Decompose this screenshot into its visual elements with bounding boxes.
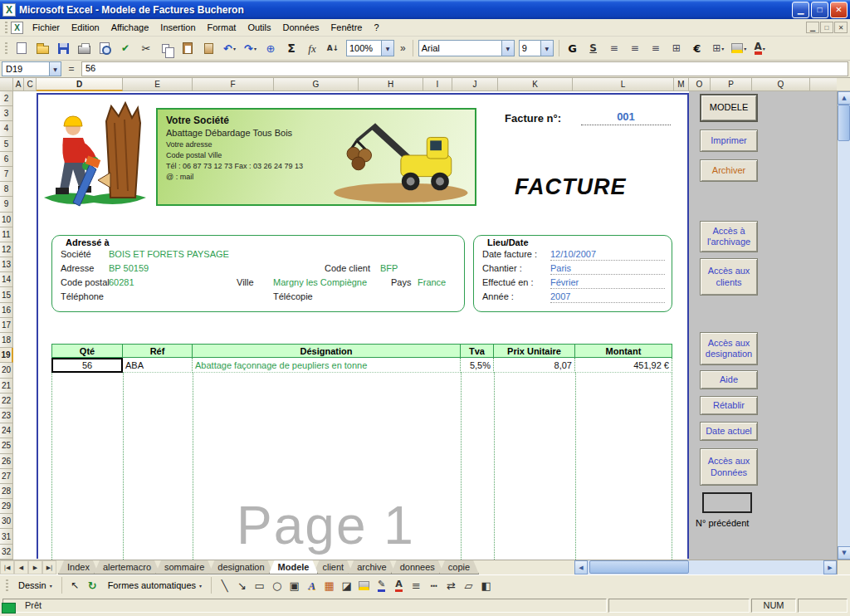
- drawing-tool-button[interactable]: A: [303, 577, 320, 594]
- row-header[interactable]: 19: [0, 348, 13, 363]
- zoom-select[interactable]: 100% ▼: [346, 40, 394, 56]
- formula-input[interactable]: 56: [81, 61, 848, 76]
- toolbar-button[interactable]: [32, 38, 53, 58]
- scroll-right-button[interactable]: ▶: [823, 560, 837, 574]
- row-header[interactable]: 13: [0, 257, 13, 272]
- societe-value[interactable]: BOIS ET FORETS PAYSAGE: [109, 249, 229, 259]
- zoom-dropdown-arrow[interactable]: ▼: [381, 41, 393, 56]
- drawing-tool-button[interactable]: ○: [268, 577, 286, 594]
- menu-item[interactable]: Edition: [66, 20, 105, 35]
- sheet-tab[interactable]: Modele: [269, 560, 319, 574]
- font-size-dropdown-arrow[interactable]: ▼: [540, 41, 553, 56]
- font-name-dropdown-arrow[interactable]: ▼: [501, 41, 514, 56]
- row-header[interactable]: 20: [0, 363, 13, 378]
- menu-item[interactable]: ?: [368, 20, 384, 35]
- toolbar-button[interactable]: G: [563, 38, 584, 58]
- menu-item[interactable]: Outils: [242, 20, 276, 35]
- row-header[interactable]: 12: [0, 242, 13, 257]
- name-box[interactable]: D19 ▼: [2, 61, 61, 76]
- drawing-tool-button[interactable]: ✎: [373, 577, 390, 594]
- row-header[interactable]: 14: [0, 272, 13, 287]
- row-header[interactable]: 23: [0, 408, 13, 423]
- toolbar-button[interactable]: ↶ ▾: [219, 38, 240, 58]
- drawing-tool-button[interactable]: ↻: [84, 577, 101, 594]
- row-header[interactable]: 32: [0, 545, 13, 560]
- drawing-tool-button[interactable]: ↖: [66, 577, 84, 594]
- drawing-tool-button[interactable]: ╲: [216, 577, 233, 594]
- toolbar-overflow-chevron[interactable]: »: [397, 42, 409, 54]
- modele-button[interactable]: MODELE: [700, 94, 758, 122]
- scroll-left-button[interactable]: ◀: [574, 560, 588, 574]
- column-header[interactable]: F: [193, 78, 274, 91]
- toolbar-button[interactable]: [157, 38, 178, 58]
- chantier-value[interactable]: Paris: [550, 263, 665, 275]
- toolbar-button[interactable]: ≡: [625, 38, 646, 58]
- vertical-scrollbar[interactable]: ▲ ▼: [837, 91, 850, 560]
- name-box-dropdown-arrow[interactable]: ▼: [49, 62, 61, 76]
- sheet-tab[interactable]: designation: [208, 560, 273, 574]
- pays-value[interactable]: France: [418, 277, 446, 287]
- row-header[interactable]: 5: [0, 137, 13, 152]
- tab-next-button[interactable]: ▶: [28, 560, 42, 574]
- row-header[interactable]: 8: [0, 182, 13, 197]
- acces-clients-button[interactable]: Accès aux clients: [700, 258, 758, 296]
- toolbar-button[interactable]: Σ: [281, 38, 302, 58]
- toolbar-button[interactable]: ⊕: [261, 38, 281, 58]
- drawing-tool-button[interactable]: ▣: [286, 577, 303, 594]
- tab-last-button[interactable]: ▶|: [42, 560, 56, 574]
- cell-montant[interactable]: 451,92 €: [575, 358, 672, 373]
- row-header[interactable]: 27: [0, 469, 13, 484]
- toolbar-button[interactable]: ⊞ ▾: [708, 38, 729, 58]
- row-header[interactable]: 24: [0, 423, 13, 438]
- toolbar-button[interactable]: [178, 38, 198, 58]
- acces-donnees-button[interactable]: Accès aux Données: [700, 448, 758, 486]
- row-header[interactable]: 10: [0, 213, 13, 227]
- vertical-scroll-track[interactable]: [838, 105, 850, 546]
- drawing-tool-button[interactable]: ⇄: [442, 577, 460, 594]
- equals-button[interactable]: =: [61, 63, 81, 75]
- code-postal-value[interactable]: 60281: [109, 277, 134, 287]
- column-header[interactable]: P: [711, 78, 752, 91]
- sheet-tab[interactable]: donnees: [391, 560, 444, 574]
- workbook-minimize-button[interactable]: ▁: [806, 22, 819, 33]
- drawing-tool-button[interactable]: ≡: [408, 577, 425, 594]
- drawing-tool-button[interactable]: ↘: [233, 577, 251, 594]
- column-header[interactable]: K: [498, 78, 573, 91]
- drawing-tool-button[interactable]: ◧: [477, 577, 495, 594]
- row-header[interactable]: 11: [0, 227, 13, 242]
- font-size-select[interactable]: 9 ▼: [519, 40, 554, 56]
- acces-archivage-button[interactable]: Accès à l'archivage: [700, 221, 758, 252]
- column-header[interactable]: Q: [752, 78, 810, 91]
- drawing-tool-button[interactable]: ▱: [460, 577, 477, 594]
- menu-item[interactable]: Affichage: [105, 20, 155, 35]
- toolbar-button[interactable]: S: [584, 38, 604, 58]
- column-header[interactable]: A: [13, 78, 24, 91]
- aide-button[interactable]: Aide: [700, 370, 758, 389]
- column-header[interactable]: O: [689, 78, 711, 91]
- tab-prev-button[interactable]: ◀: [14, 560, 28, 574]
- toolbar-button[interactable]: [74, 38, 95, 58]
- row-header[interactable]: 7: [0, 167, 13, 182]
- toolbar-button[interactable]: ≡: [604, 38, 625, 58]
- annee-value[interactable]: 2007: [550, 291, 665, 303]
- column-header[interactable]: D: [37, 78, 123, 91]
- row-header[interactable]: 21: [0, 379, 13, 394]
- dessin-menu-button[interactable]: Dessin ▾: [13, 579, 57, 592]
- menu-item[interactable]: Fichier: [27, 20, 66, 35]
- close-button[interactable]: ✕: [830, 2, 848, 18]
- column-header[interactable]: C: [24, 78, 37, 91]
- drawing-tool-button[interactable]: ▦: [320, 577, 338, 594]
- drawing-tool-button[interactable]: [355, 577, 373, 594]
- toolbar-button[interactable]: [198, 38, 219, 58]
- toolbar-button[interactable]: [12, 38, 32, 58]
- menu-item[interactable]: Format: [202, 20, 242, 35]
- acces-designation-button[interactable]: Accès aux designation: [700, 332, 758, 365]
- facture-number-value[interactable]: 001: [581, 110, 671, 125]
- column-header[interactable]: M: [674, 78, 689, 91]
- toolbar-button[interactable]: A↓: [323, 38, 344, 58]
- row-header[interactable]: 9: [0, 197, 13, 212]
- workbook-close-button[interactable]: ✕: [834, 22, 848, 33]
- horizontal-scrollbar[interactable]: ◀ ▶: [574, 560, 837, 574]
- row-header[interactable]: 25: [0, 438, 13, 453]
- minimize-button[interactable]: ▁: [792, 2, 809, 18]
